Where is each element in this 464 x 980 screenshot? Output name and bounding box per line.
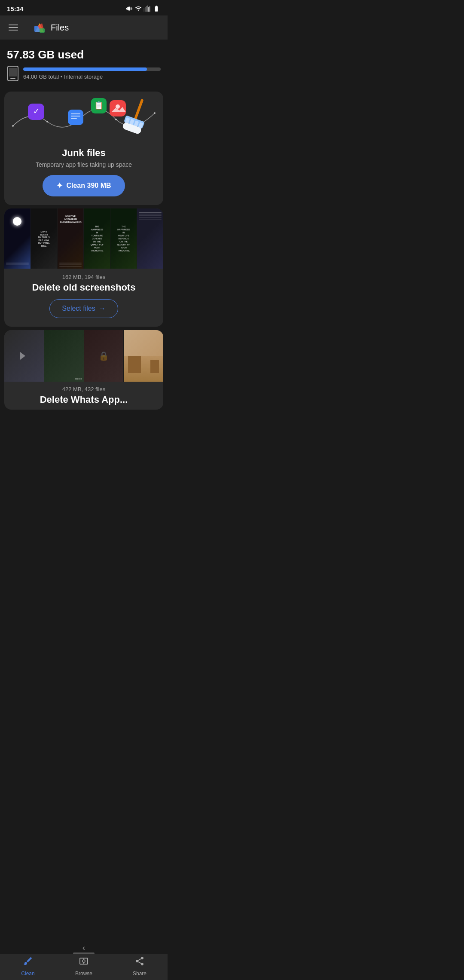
clean-button[interactable]: ✦ Clean 390 MB bbox=[43, 175, 125, 196]
screenshots-heading: Delete old screenshots bbox=[4, 282, 163, 293]
svg-point-9 bbox=[46, 121, 48, 122]
svg-rect-15 bbox=[68, 110, 83, 125]
junk-title: Junk files bbox=[4, 147, 163, 159]
battery-icon bbox=[152, 5, 161, 12]
videos-heading: Delete Whats App... bbox=[4, 394, 163, 410]
video-thumb-3: 🔒 bbox=[84, 330, 124, 382]
video-thumb-1 bbox=[4, 330, 44, 382]
status-time: 15:34 bbox=[7, 5, 23, 12]
screenshots-grid: DON'T WORRYMY TIME IS BAD NOW,BUT I WILL… bbox=[4, 208, 163, 269]
storage-bar-track bbox=[23, 67, 161, 71]
svg-rect-22 bbox=[134, 99, 144, 120]
sparkle-icon: ✦ bbox=[56, 181, 63, 190]
svg-point-11 bbox=[115, 119, 117, 120]
svg-rect-4 bbox=[40, 28, 45, 33]
screenshot-thumb-5: THE HAPPINESS INYOUR LIFE DEPENDSON THE … bbox=[110, 208, 137, 269]
select-files-label: Select files bbox=[62, 305, 95, 312]
videos-card: TikTok 🔒 422 MB, 432 files Delete Whats … bbox=[4, 330, 163, 410]
storage-bar-fill bbox=[23, 67, 147, 71]
svg-rect-17 bbox=[71, 116, 80, 116]
app-title: Files bbox=[51, 23, 69, 33]
app-logo-icon bbox=[32, 20, 47, 35]
svg-rect-18 bbox=[71, 118, 77, 119]
screenshot-thumb-1 bbox=[4, 208, 31, 269]
junk-files-card: ✓ bbox=[4, 92, 163, 205]
storage-bar-column: 64.00 GB total • Internal storage bbox=[23, 67, 161, 80]
video-thumb-2: TikTok bbox=[44, 330, 84, 382]
hamburger-menu[interactable] bbox=[7, 23, 20, 32]
junk-illustration: ✓ bbox=[4, 92, 163, 147]
svg-rect-6 bbox=[10, 78, 15, 79]
wifi-icon bbox=[135, 5, 142, 12]
storage-used-text: 57.83 GB used bbox=[7, 48, 161, 61]
top-nav: Files bbox=[0, 15, 168, 40]
select-files-button[interactable]: Select files → bbox=[49, 299, 118, 318]
svg-rect-16 bbox=[71, 113, 80, 114]
svg-point-8 bbox=[12, 125, 14, 127]
screenshot-thumb-2: DON'T WORRYMY TIME IS BAD NOW,BUT I WILL… bbox=[31, 208, 57, 269]
status-icons bbox=[126, 5, 161, 12]
content-area: 57.83 GB used 64.00 GB total • Internal … bbox=[0, 40, 168, 461]
clean-button-label: Clean 390 MB bbox=[66, 182, 111, 190]
screenshots-card: DON'T WORRYMY TIME IS BAD NOW,BUT I WILL… bbox=[4, 208, 163, 327]
ss2-text: DON'T WORRYMY TIME IS BAD NOW,BUT I WILL… bbox=[37, 230, 50, 247]
ss3-text: HOW THE INSTAGRAMALGORITHM WORKS bbox=[59, 215, 82, 224]
signal-icon bbox=[143, 5, 150, 12]
videos-stats: 422 MB, 432 files bbox=[4, 382, 163, 394]
sun-element bbox=[13, 217, 21, 226]
screenshots-stats: 162 MB, 194 files bbox=[4, 274, 163, 280]
junk-illustration-svg: ✓ bbox=[4, 92, 163, 147]
storage-row: 64.00 GB total • Internal storage bbox=[7, 66, 161, 81]
status-bar: 15:34 bbox=[0, 0, 168, 15]
vibrate-icon bbox=[126, 5, 133, 12]
screenshot-thumb-4: THE HAPPINESS INYOUR LIFE DEPENDSON THE … bbox=[83, 208, 110, 269]
svg-point-20 bbox=[116, 104, 120, 109]
video-thumb-4 bbox=[123, 330, 163, 382]
screenshot-thumb-6 bbox=[137, 208, 163, 269]
svg-text:📋: 📋 bbox=[94, 101, 104, 110]
storage-total-text: 64.00 GB total • Internal storage bbox=[23, 74, 161, 80]
arrow-icon: → bbox=[99, 305, 106, 312]
svg-rect-7 bbox=[9, 68, 17, 77]
app-logo: Files bbox=[32, 20, 69, 35]
junk-subtitle: Temporary app files taking up space bbox=[4, 161, 163, 168]
svg-point-12 bbox=[154, 112, 156, 114]
screenshot-thumb-3: HOW THE INSTAGRAMALGORITHM WORKS bbox=[57, 208, 84, 269]
svg-text:✓: ✓ bbox=[33, 107, 40, 116]
videos-grid: TikTok 🔒 bbox=[4, 330, 163, 382]
device-icon bbox=[7, 66, 19, 81]
storage-section: 57.83 GB used 64.00 GB total • Internal … bbox=[0, 40, 168, 88]
